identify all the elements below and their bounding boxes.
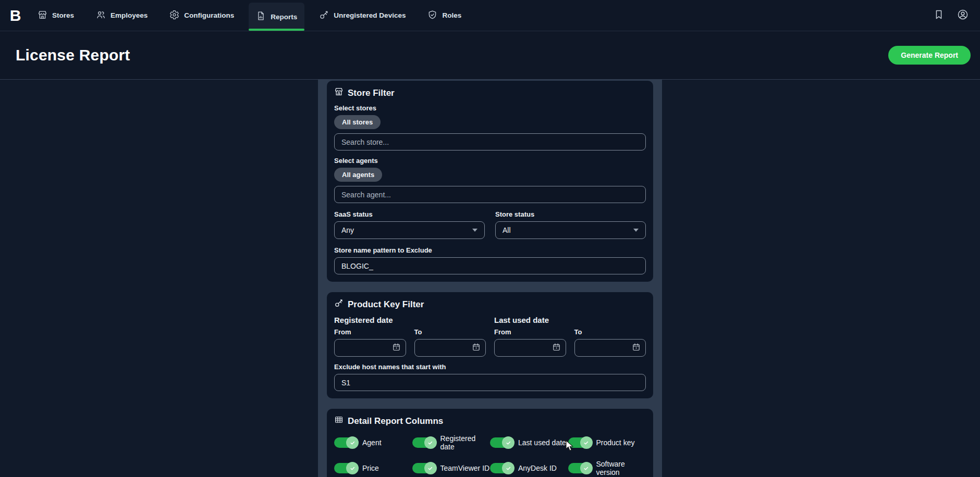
gear-icon (169, 10, 179, 21)
store-status-select[interactable]: All (495, 221, 646, 239)
top-navigation-bar: B Stores (0, 0, 980, 31)
check-icon (502, 436, 514, 449)
chevron-down-icon (472, 229, 477, 232)
toggle-price: Price (334, 460, 412, 476)
toggle-teamviewer-id: TeamViewer ID (412, 460, 491, 476)
toggle-label: AnyDesk ID (518, 464, 557, 472)
registered-date-label: Registered date (334, 316, 486, 324)
store-status-field: Store status All (495, 210, 646, 239)
last-used-from-date-input[interactable] (494, 339, 566, 357)
table-icon (334, 415, 344, 427)
exclude-hosts-label: Exclude host names that start with (334, 363, 646, 371)
anydesk-id-toggle[interactable] (490, 463, 514, 473)
store-name-pattern-label: Store name pattern to Exclude (334, 246, 646, 254)
registered-date-toggle[interactable] (412, 437, 436, 448)
detail-report-columns-header: Detail Report Columns (334, 413, 646, 427)
check-icon (580, 436, 593, 449)
brand-logo[interactable]: B (0, 0, 30, 31)
nav-item-unregistered-devices[interactable]: Unregistered Devices (312, 0, 413, 31)
toggle-label: Agent (362, 438, 382, 447)
toggle-anydesk-id: AnyDesk ID (490, 460, 568, 476)
registered-to-label: To (414, 328, 486, 336)
product-key-toggle[interactable] (568, 437, 592, 448)
nav-item-reports[interactable]: Reports (249, 3, 304, 31)
page-header: License Report Generate Report (0, 31, 980, 80)
saas-status-select[interactable]: Any (334, 221, 485, 239)
nav-label: Employees (111, 11, 148, 19)
store-filter-header: Store Filter (334, 85, 646, 99)
toggle-label: Price (362, 464, 379, 472)
select-stores-label: Select stores (334, 104, 646, 112)
registered-from-date-input[interactable] (334, 339, 406, 357)
toggle-label: Registered date (440, 434, 491, 451)
calendar-icon (472, 343, 481, 354)
report-document-icon (256, 11, 266, 22)
nav-right-actions (933, 0, 980, 31)
nav-item-configurations[interactable]: Configurations (162, 0, 241, 31)
last-used-to-label: To (574, 328, 646, 336)
nav-item-stores[interactable]: Stores (30, 0, 81, 31)
key-icon (319, 10, 329, 21)
all-stores-chip[interactable]: All stores (334, 115, 381, 129)
toggle-last-used-date: Last used date (490, 434, 568, 451)
toggle-label: Last used date (518, 438, 566, 447)
filters-column: Store Filter Select stores All stores Se… (318, 80, 662, 477)
search-agent-input[interactable] (334, 186, 646, 203)
storefront-icon (38, 10, 47, 21)
nav-label: Unregistered Devices (334, 11, 406, 19)
toggle-agent: Agent (334, 434, 412, 451)
nav-items: Stores Employees (30, 0, 476, 31)
storefront-icon (334, 87, 344, 99)
chevron-down-icon (633, 229, 639, 232)
last-used-date-toggle[interactable] (490, 437, 514, 448)
product-key-filter-card: Product Key Filter Registered date Last … (327, 292, 653, 398)
toggle-software-version: Software version (568, 460, 646, 476)
toggle-label: TeamViewer ID (440, 464, 490, 472)
nav-label: Stores (52, 11, 74, 19)
last-used-date-label: Last used date (494, 316, 646, 324)
report-column-toggles: Agent Registered date Last used date Pro… (334, 432, 646, 477)
page-title: License Report (16, 46, 130, 64)
all-agents-chip[interactable]: All agents (334, 168, 382, 182)
check-icon (424, 436, 437, 449)
store-status-value: All (503, 226, 511, 234)
last-used-from-label: From (494, 328, 566, 336)
saas-status-value: Any (341, 226, 354, 234)
product-key-filter-title: Product Key Filter (348, 299, 424, 310)
people-icon (96, 10, 106, 21)
check-icon (502, 462, 514, 474)
agent-toggle[interactable] (334, 437, 358, 448)
software-version-toggle[interactable] (568, 463, 592, 473)
shield-check-icon (427, 10, 437, 21)
saas-status-label: SaaS status (334, 210, 485, 218)
select-agents-label: Select agents (334, 157, 646, 165)
store-name-pattern-input[interactable] (334, 257, 646, 274)
price-toggle[interactable] (334, 463, 358, 473)
bookmark-icon[interactable] (933, 9, 945, 22)
check-icon (580, 462, 593, 474)
toggle-label: Product key (596, 438, 635, 447)
teamviewer-id-toggle[interactable] (412, 463, 436, 473)
exclude-hosts-input[interactable] (334, 374, 646, 391)
check-icon (424, 462, 437, 474)
license-report-page: B Stores (0, 0, 980, 477)
key-icon (334, 298, 344, 310)
product-key-filter-header: Product Key Filter (334, 297, 646, 310)
account-icon[interactable] (957, 9, 969, 22)
calendar-icon (392, 343, 401, 354)
search-store-input[interactable] (334, 133, 646, 150)
last-used-to-date-input[interactable] (574, 339, 646, 357)
registered-from-label: From (334, 328, 406, 336)
nav-item-roles[interactable]: Roles (420, 0, 469, 31)
generate-report-button[interactable]: Generate Report (888, 46, 971, 65)
nav-label: Roles (442, 11, 461, 19)
registered-to-date-input[interactable] (414, 339, 486, 357)
toggle-label: Software version (596, 460, 646, 476)
detail-report-columns-title: Detail Report Columns (348, 416, 443, 426)
nav-label: Configurations (184, 11, 234, 19)
check-icon (346, 436, 359, 449)
toggle-registered-date: Registered date (412, 434, 491, 451)
content-area: Store Filter Select stores All stores Se… (0, 80, 980, 477)
nav-item-employees[interactable]: Employees (89, 0, 155, 31)
nav-label: Reports (271, 13, 297, 21)
